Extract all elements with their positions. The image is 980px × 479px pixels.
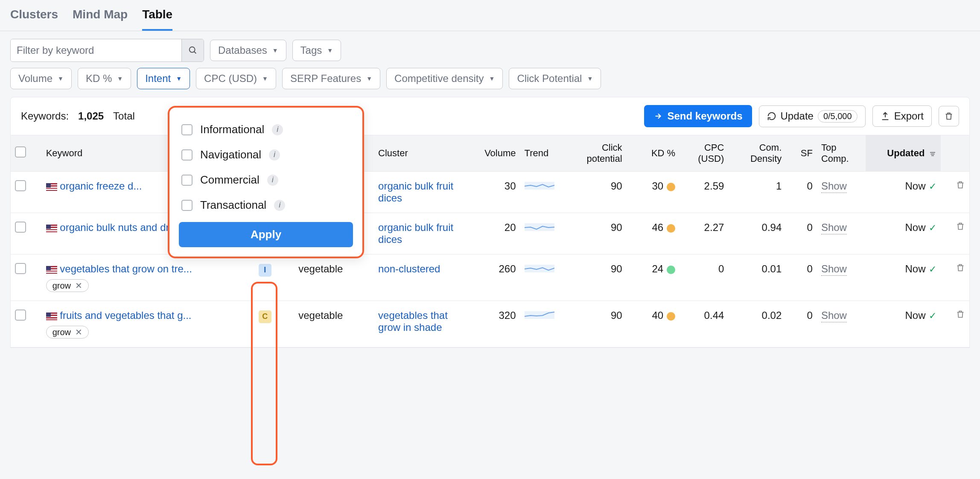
delete-row-button[interactable] — [956, 180, 965, 192]
checkbox[interactable] — [181, 175, 192, 186]
tags-filter-label: Tags — [300, 44, 322, 56]
chevron-down-icon: ▼ — [262, 75, 268, 82]
tags-filter[interactable]: Tags ▼ — [292, 40, 341, 61]
keyword-link[interactable]: organic freeze d... — [60, 180, 142, 192]
show-top-comp-link[interactable]: Show — [821, 310, 847, 322]
com-density-value: 0.94 — [728, 213, 786, 254]
view-tabs: Clusters Mind Map Table — [0, 0, 980, 31]
col-click-potential[interactable]: Click potential — [564, 135, 626, 172]
intent-option-commercial[interactable]: Commercial i — [179, 167, 353, 193]
col-updated-label: Updated — [887, 148, 925, 158]
tab-table[interactable]: Table — [142, 8, 172, 31]
checkbox[interactable] — [181, 124, 192, 135]
volume-filter[interactable]: Volume ▼ — [10, 68, 72, 89]
row-checkbox[interactable] — [15, 263, 26, 274]
summary-bar: Keywords: 1,025 Total 40.56% Send keywor… — [10, 97, 970, 135]
col-trend[interactable]: Trend — [520, 135, 565, 172]
databases-filter-label: Databases — [218, 44, 267, 56]
show-top-comp-link[interactable]: Show — [821, 222, 847, 234]
kd-filter[interactable]: KD % ▼ — [78, 68, 131, 89]
checkbox[interactable] — [181, 200, 192, 211]
col-sf[interactable]: SF — [786, 135, 817, 172]
info-icon[interactable]: i — [267, 175, 278, 186]
sf-value: 0 — [786, 213, 817, 254]
cluster-link[interactable]: vegetables that grow in shade — [378, 310, 448, 333]
intent-option-transactional[interactable]: Transactional i — [179, 193, 353, 218]
info-icon[interactable]: i — [269, 149, 280, 161]
tab-mindmap[interactable]: Mind Map — [73, 8, 128, 31]
delete-all-button[interactable] — [939, 106, 959, 126]
intent-option-label: Navigational — [200, 148, 261, 161]
delete-row-button[interactable] — [956, 263, 965, 275]
intent-option-navigational[interactable]: Navigational i — [179, 142, 353, 167]
export-button[interactable]: Export — [872, 105, 932, 127]
delete-row-button[interactable] — [956, 222, 965, 233]
intent-filter[interactable]: Intent ▼ — [137, 68, 190, 89]
competitive-density-filter[interactable]: Competitive density ▼ — [386, 68, 503, 89]
intent-filter-label: Intent — [145, 73, 171, 85]
col-volume[interactable]: Volume — [463, 135, 520, 172]
intent-badge: C — [259, 310, 271, 323]
row-checkbox[interactable] — [15, 222, 26, 233]
serp-features-filter[interactable]: SERP Features ▼ — [282, 68, 380, 89]
cpc-filter[interactable]: CPC (USD) ▼ — [196, 68, 276, 89]
intent-dropdown: Informational i Navigational i Commercia… — [168, 106, 364, 258]
cpc-value: 2.59 — [680, 172, 728, 213]
volume-value: 320 — [463, 301, 520, 348]
total-label: Total — [113, 110, 135, 122]
databases-filter[interactable]: Databases ▼ — [210, 40, 286, 61]
info-icon[interactable]: i — [274, 200, 285, 211]
keyword-link[interactable]: fruits and vegetables that g... — [60, 310, 191, 321]
show-top-comp-link[interactable]: Show — [821, 180, 847, 193]
select-all-checkbox[interactable] — [15, 146, 26, 158]
sort-icon — [929, 150, 936, 158]
chevron-down-icon: ▼ — [587, 75, 593, 82]
tag-chip[interactable]: grow ✕ — [46, 279, 89, 292]
row-checkbox[interactable] — [15, 310, 26, 321]
remove-tag-icon[interactable]: ✕ — [75, 280, 82, 291]
keywords-count: 1,025 — [78, 110, 104, 122]
keyword-link[interactable]: vegetables that grow on tre... — [60, 263, 192, 275]
search-button[interactable] — [181, 39, 204, 61]
intent-option-informational[interactable]: Informational i — [179, 117, 353, 142]
cluster-link[interactable]: organic bulk fruit dices — [378, 222, 453, 245]
svg-point-0 — [189, 47, 195, 53]
col-cluster[interactable]: Cluster — [374, 135, 463, 172]
show-top-comp-link[interactable]: Show — [821, 263, 847, 276]
kd-filter-label: KD % — [86, 73, 112, 85]
check-icon: ✓ — [929, 310, 936, 321]
tab-clusters[interactable]: Clusters — [10, 8, 58, 31]
col-top-comp[interactable]: Top Comp. — [817, 135, 866, 172]
cluster-link[interactable]: organic bulk fruit dices — [378, 180, 453, 204]
col-kd[interactable]: KD % — [627, 135, 680, 172]
row-checkbox[interactable] — [15, 180, 26, 191]
click-potential-filter[interactable]: Click Potential ▼ — [509, 68, 601, 89]
kd-value: 40 — [627, 301, 680, 348]
refresh-icon — [767, 111, 776, 121]
chevron-down-icon: ▼ — [366, 75, 372, 82]
click-potential-value: 90 — [564, 213, 626, 254]
trend-sparkline — [525, 310, 554, 320]
col-updated[interactable]: Updated — [866, 135, 941, 172]
keyword-filter-input[interactable] — [11, 39, 181, 61]
tag-chip[interactable]: grow ✕ — [46, 326, 89, 339]
col-cpc[interactable]: CPC (USD) — [680, 135, 728, 172]
updated-value: Now✓ — [866, 254, 941, 301]
chevron-down-icon: ▼ — [58, 75, 64, 82]
click-potential-filter-label: Click Potential — [517, 73, 582, 85]
check-icon: ✓ — [929, 181, 936, 192]
kd-difficulty-dot — [667, 183, 675, 191]
intent-apply-button[interactable]: Apply — [179, 222, 353, 247]
info-icon[interactable]: i — [272, 124, 283, 135]
click-potential-value: 90 — [564, 301, 626, 348]
search-icon — [188, 46, 198, 55]
cluster-link[interactable]: non-clustered — [378, 263, 440, 275]
col-com-density[interactable]: Com. Density — [728, 135, 786, 172]
delete-row-button[interactable] — [956, 310, 965, 321]
check-icon: ✓ — [929, 222, 936, 233]
chevron-down-icon: ▼ — [272, 47, 278, 54]
remove-tag-icon[interactable]: ✕ — [75, 327, 82, 337]
send-keywords-button[interactable]: Send keywords — [644, 105, 752, 127]
update-button[interactable]: Update 0/5,000 — [759, 105, 866, 127]
checkbox[interactable] — [181, 149, 192, 161]
